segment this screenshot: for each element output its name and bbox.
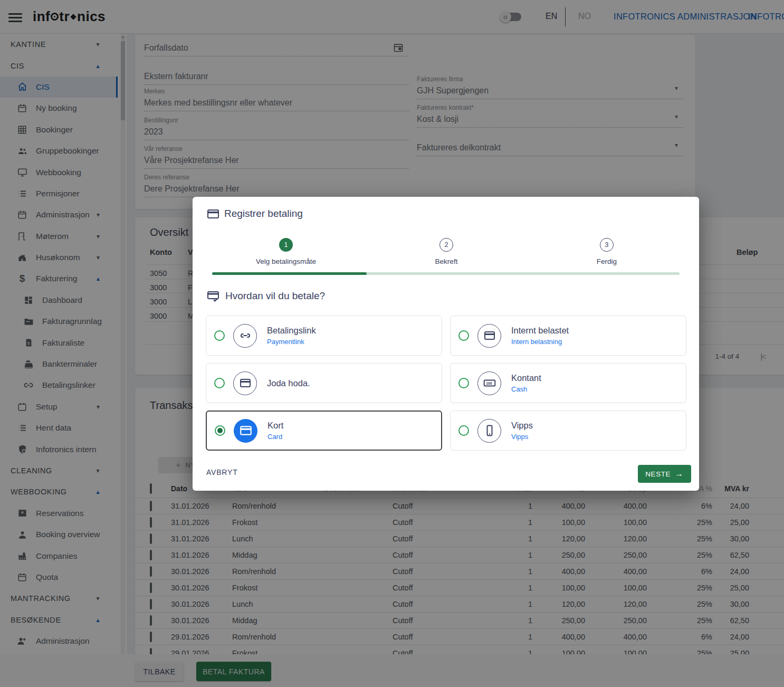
step-2-circle: 2 (439, 238, 453, 252)
step-1-label: Velg betalingsmåte (233, 257, 339, 265)
step-2-label: Bekreft (394, 257, 499, 265)
credit-card-icon (234, 419, 257, 443)
step-3[interactable]: 3 Ferdig (554, 238, 659, 265)
link-icon (233, 324, 257, 348)
step-1[interactable]: 1 Velg betalingsmåte (233, 238, 339, 265)
option-betalingslink[interactable]: BetalingslinkPaymentlink (206, 316, 442, 356)
radio-checked-icon[interactable] (215, 425, 225, 436)
modal-title-row: Registrer betaling (207, 207, 303, 220)
radio-unchecked-icon[interactable] (214, 330, 225, 341)
option-vipps[interactable]: VippsVipps (450, 411, 686, 451)
step-2[interactable]: 2 Bekreft (394, 238, 499, 265)
radio-unchecked-icon[interactable] (458, 425, 469, 436)
banknote-icon: 100 (477, 371, 501, 395)
stepper-progress-bar (212, 272, 680, 275)
arrow-right-icon: → (675, 469, 684, 479)
option-kort[interactable]: KortCard (206, 411, 442, 451)
credit-card-icon (233, 371, 257, 395)
payment-question-row: Hvordan vil du betale? (207, 290, 325, 302)
neste-button[interactable]: NESTE → (638, 465, 691, 483)
smartphone-icon (477, 419, 501, 443)
payment-stepper: 1 Velg betalingsmåte 2 Bekreft 3 Ferdig (193, 238, 699, 275)
modal-title: Registrer betaling (224, 208, 303, 220)
credit-card-icon (207, 207, 219, 220)
stepper-progress-fill (212, 272, 367, 275)
radio-unchecked-icon[interactable] (214, 378, 225, 388)
radio-unchecked-icon[interactable] (458, 330, 469, 341)
svg-text:100: 100 (486, 381, 492, 385)
step-1-circle: 1 (279, 238, 293, 252)
payment-options-grid: BetalingslinkPaymentlink Internt belaste… (206, 316, 686, 451)
payment-question: Hvordan vil du betale? (225, 290, 325, 302)
option-internt-belastet[interactable]: Internt belastetIntern belastning (450, 316, 686, 356)
option-joda-hoda[interactable]: Joda hoda. (206, 363, 442, 403)
register-payment-modal: Registrer betaling 1 Velg betalingsmåte … (193, 197, 699, 491)
radio-unchecked-icon[interactable] (458, 378, 469, 388)
card-check-icon (207, 290, 219, 302)
avbryt-button[interactable]: AVBRYT (206, 468, 238, 476)
option-kontant[interactable]: 100 KontantCash (450, 363, 686, 403)
credit-card-icon (477, 324, 501, 348)
step-3-label: Ferdig (554, 257, 659, 265)
step-3-circle: 3 (600, 238, 614, 252)
